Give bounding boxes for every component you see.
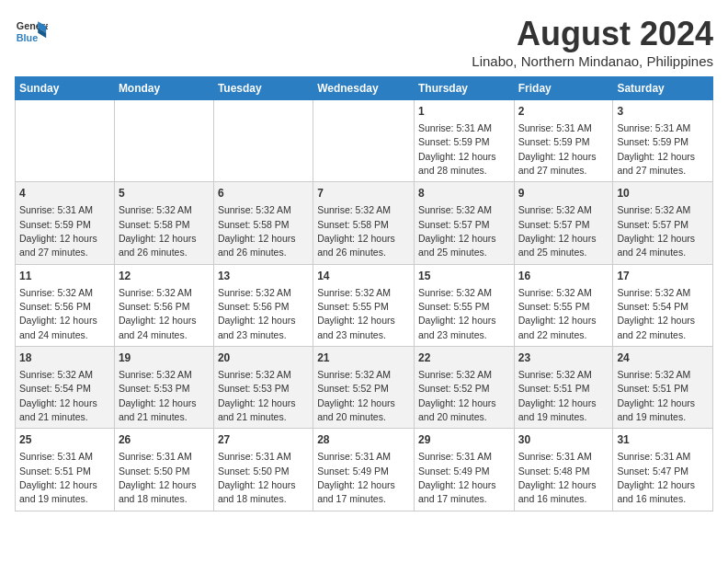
- day-number: 3: [617, 104, 709, 120]
- calendar-header-row: SundayMondayTuesdayWednesdayThursdayFrid…: [16, 77, 713, 100]
- day-info: Sunrise: 5:31 AM Sunset: 5:49 PM Dayligh…: [317, 451, 395, 504]
- day-number: 14: [317, 269, 410, 284]
- day-cell: 21Sunrise: 5:32 AM Sunset: 5:52 PM Dayli…: [313, 347, 415, 429]
- day-number: 21: [317, 350, 410, 366]
- day-cell: 14Sunrise: 5:32 AM Sunset: 5:55 PM Dayli…: [313, 264, 415, 346]
- day-info: Sunrise: 5:31 AM Sunset: 5:47 PM Dayligh…: [617, 451, 695, 504]
- day-cell: 9Sunrise: 5:32 AM Sunset: 5:57 PM Daylig…: [514, 182, 613, 264]
- day-number: 23: [518, 350, 609, 366]
- day-cell: 17Sunrise: 5:32 AM Sunset: 5:54 PM Dayli…: [613, 264, 713, 346]
- day-cell: [16, 100, 115, 182]
- day-number: 22: [418, 350, 510, 366]
- day-cell: 29Sunrise: 5:31 AM Sunset: 5:49 PM Dayli…: [414, 429, 514, 511]
- day-number: 8: [418, 186, 510, 201]
- day-cell: 31Sunrise: 5:31 AM Sunset: 5:47 PM Dayli…: [613, 429, 713, 511]
- day-cell: 6Sunrise: 5:32 AM Sunset: 5:58 PM Daylig…: [213, 182, 313, 264]
- day-cell: [313, 100, 415, 182]
- day-number: 16: [518, 269, 609, 284]
- day-info: Sunrise: 5:32 AM Sunset: 5:57 PM Dayligh…: [518, 204, 597, 258]
- day-number: 25: [19, 432, 110, 448]
- day-cell: 23Sunrise: 5:32 AM Sunset: 5:51 PM Dayli…: [514, 347, 613, 429]
- day-info: Sunrise: 5:31 AM Sunset: 5:49 PM Dayligh…: [418, 451, 496, 504]
- day-number: 9: [518, 186, 609, 201]
- day-number: 13: [218, 269, 309, 284]
- week-row-1: 1Sunrise: 5:31 AM Sunset: 5:59 PM Daylig…: [16, 100, 713, 182]
- day-number: 31: [617, 432, 709, 448]
- day-number: 24: [617, 350, 709, 366]
- week-row-4: 18Sunrise: 5:32 AM Sunset: 5:54 PM Dayli…: [16, 347, 713, 429]
- day-info: Sunrise: 5:32 AM Sunset: 5:56 PM Dayligh…: [19, 287, 97, 340]
- day-info: Sunrise: 5:32 AM Sunset: 5:57 PM Dayligh…: [418, 204, 496, 258]
- day-number: 27: [218, 432, 309, 448]
- day-cell: 2Sunrise: 5:31 AM Sunset: 5:59 PM Daylig…: [514, 100, 613, 182]
- day-info: Sunrise: 5:32 AM Sunset: 5:51 PM Dayligh…: [518, 369, 597, 422]
- day-number: 18: [19, 350, 110, 366]
- day-cell: 28Sunrise: 5:31 AM Sunset: 5:49 PM Dayli…: [313, 429, 415, 511]
- day-info: Sunrise: 5:31 AM Sunset: 5:59 PM Dayligh…: [518, 122, 597, 176]
- day-info: Sunrise: 5:32 AM Sunset: 5:54 PM Dayligh…: [19, 369, 97, 422]
- day-number: 30: [518, 432, 609, 448]
- day-cell: 4Sunrise: 5:31 AM Sunset: 5:59 PM Daylig…: [16, 182, 115, 264]
- sub-title: Linabo, Northern Mindanao, Philippines: [472, 53, 713, 69]
- day-cell: 24Sunrise: 5:32 AM Sunset: 5:51 PM Dayli…: [613, 347, 713, 429]
- week-row-2: 4Sunrise: 5:31 AM Sunset: 5:59 PM Daylig…: [16, 182, 713, 264]
- header-tuesday: Tuesday: [213, 77, 313, 100]
- day-info: Sunrise: 5:32 AM Sunset: 5:57 PM Dayligh…: [617, 204, 695, 258]
- day-cell: 12Sunrise: 5:32 AM Sunset: 5:56 PM Dayli…: [114, 264, 213, 346]
- day-cell: 11Sunrise: 5:32 AM Sunset: 5:56 PM Dayli…: [16, 264, 115, 346]
- day-cell: 25Sunrise: 5:31 AM Sunset: 5:51 PM Dayli…: [16, 429, 115, 511]
- day-info: Sunrise: 5:32 AM Sunset: 5:58 PM Dayligh…: [119, 204, 197, 258]
- day-cell: 26Sunrise: 5:31 AM Sunset: 5:50 PM Dayli…: [114, 429, 213, 511]
- day-number: 11: [19, 269, 110, 284]
- day-cell: 16Sunrise: 5:32 AM Sunset: 5:55 PM Dayli…: [514, 264, 613, 346]
- day-number: 10: [617, 186, 709, 201]
- week-row-5: 25Sunrise: 5:31 AM Sunset: 5:51 PM Dayli…: [16, 429, 713, 511]
- day-info: Sunrise: 5:31 AM Sunset: 5:59 PM Dayligh…: [418, 122, 496, 176]
- day-cell: [213, 100, 313, 182]
- day-info: Sunrise: 5:31 AM Sunset: 5:59 PM Dayligh…: [19, 204, 97, 258]
- day-info: Sunrise: 5:32 AM Sunset: 5:55 PM Dayligh…: [317, 287, 395, 340]
- day-cell: 15Sunrise: 5:32 AM Sunset: 5:55 PM Dayli…: [414, 264, 514, 346]
- day-cell: 5Sunrise: 5:32 AM Sunset: 5:58 PM Daylig…: [114, 182, 213, 264]
- header-friday: Friday: [514, 77, 613, 100]
- day-number: 5: [119, 186, 210, 201]
- day-cell: 27Sunrise: 5:31 AM Sunset: 5:50 PM Dayli…: [213, 429, 313, 511]
- header-wednesday: Wednesday: [313, 77, 415, 100]
- day-number: 26: [119, 432, 210, 448]
- day-info: Sunrise: 5:32 AM Sunset: 5:52 PM Dayligh…: [317, 369, 395, 422]
- day-info: Sunrise: 5:31 AM Sunset: 5:50 PM Dayligh…: [218, 451, 296, 504]
- day-cell: 8Sunrise: 5:32 AM Sunset: 5:57 PM Daylig…: [414, 182, 514, 264]
- day-info: Sunrise: 5:32 AM Sunset: 5:53 PM Dayligh…: [119, 369, 197, 422]
- day-info: Sunrise: 5:31 AM Sunset: 5:48 PM Dayligh…: [518, 451, 597, 504]
- day-info: Sunrise: 5:32 AM Sunset: 5:56 PM Dayligh…: [218, 287, 296, 340]
- day-info: Sunrise: 5:31 AM Sunset: 5:59 PM Dayligh…: [617, 122, 695, 176]
- svg-text:Blue: Blue: [17, 32, 38, 43]
- day-info: Sunrise: 5:32 AM Sunset: 5:51 PM Dayligh…: [617, 369, 695, 422]
- header-saturday: Saturday: [613, 77, 713, 100]
- page-header: General Blue August 2024 Linabo, Norther…: [15, 15, 713, 69]
- day-number: 2: [518, 104, 609, 120]
- title-block: August 2024 Linabo, Northern Mindanao, P…: [472, 15, 713, 69]
- day-number: 15: [418, 269, 510, 284]
- logo-icon: General Blue: [15, 15, 48, 48]
- day-number: 28: [317, 432, 410, 448]
- header-sunday: Sunday: [16, 77, 115, 100]
- day-info: Sunrise: 5:32 AM Sunset: 5:54 PM Dayligh…: [617, 287, 695, 340]
- day-info: Sunrise: 5:32 AM Sunset: 5:58 PM Dayligh…: [218, 204, 296, 258]
- day-cell: 7Sunrise: 5:32 AM Sunset: 5:58 PM Daylig…: [313, 182, 415, 264]
- day-cell: 13Sunrise: 5:32 AM Sunset: 5:56 PM Dayli…: [213, 264, 313, 346]
- day-info: Sunrise: 5:31 AM Sunset: 5:51 PM Dayligh…: [19, 451, 97, 504]
- day-number: 17: [617, 269, 709, 284]
- day-number: 20: [218, 350, 309, 366]
- day-cell: 10Sunrise: 5:32 AM Sunset: 5:57 PM Dayli…: [613, 182, 713, 264]
- day-number: 7: [317, 186, 410, 201]
- main-title: August 2024: [472, 15, 713, 53]
- day-number: 12: [119, 269, 210, 284]
- logo: General Blue: [15, 15, 48, 48]
- day-number: 4: [19, 186, 110, 201]
- day-number: 29: [418, 432, 510, 448]
- day-cell: 20Sunrise: 5:32 AM Sunset: 5:53 PM Dayli…: [213, 347, 313, 429]
- day-cell: 19Sunrise: 5:32 AM Sunset: 5:53 PM Dayli…: [114, 347, 213, 429]
- week-row-3: 11Sunrise: 5:32 AM Sunset: 5:56 PM Dayli…: [16, 264, 713, 346]
- day-info: Sunrise: 5:32 AM Sunset: 5:53 PM Dayligh…: [218, 369, 296, 422]
